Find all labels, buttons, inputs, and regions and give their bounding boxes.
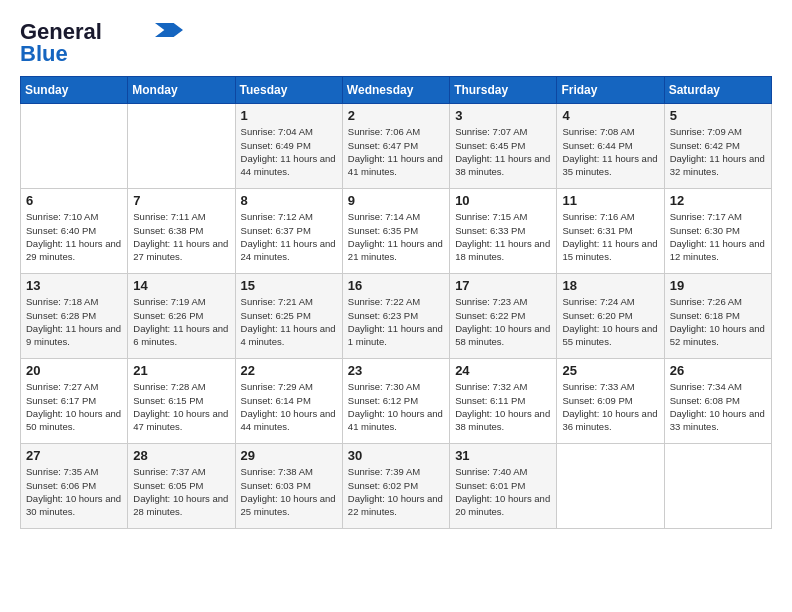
day-number: 4 (562, 108, 658, 123)
calendar-day-cell: 2 Sunrise: 7:06 AM Sunset: 6:47 PM Dayli… (342, 104, 449, 189)
day-sunset: Sunset: 6:25 PM (241, 309, 337, 322)
day-number: 23 (348, 363, 444, 378)
calendar-day-cell: 8 Sunrise: 7:12 AM Sunset: 6:37 PM Dayli… (235, 189, 342, 274)
svg-marker-0 (155, 23, 183, 37)
day-sunrise: Sunrise: 7:09 AM (670, 125, 766, 138)
day-daylight: Daylight: 10 hours and 55 minutes. (562, 322, 658, 349)
day-daylight: Daylight: 10 hours and 30 minutes. (26, 492, 122, 519)
day-number: 27 (26, 448, 122, 463)
calendar-day-cell: 25 Sunrise: 7:33 AM Sunset: 6:09 PM Dayl… (557, 359, 664, 444)
day-daylight: Daylight: 11 hours and 1 minute. (348, 322, 444, 349)
calendar-day-cell: 31 Sunrise: 7:40 AM Sunset: 6:01 PM Dayl… (450, 444, 557, 529)
day-sunrise: Sunrise: 7:04 AM (241, 125, 337, 138)
day-daylight: Daylight: 11 hours and 21 minutes. (348, 237, 444, 264)
day-daylight: Daylight: 10 hours and 38 minutes. (455, 407, 551, 434)
calendar-day-cell (128, 104, 235, 189)
day-number: 15 (241, 278, 337, 293)
calendar-day-cell: 4 Sunrise: 7:08 AM Sunset: 6:44 PM Dayli… (557, 104, 664, 189)
day-number: 9 (348, 193, 444, 208)
day-sunset: Sunset: 6:11 PM (455, 394, 551, 407)
day-sunset: Sunset: 6:37 PM (241, 224, 337, 237)
weekday-header: Saturday (664, 77, 771, 104)
day-sunset: Sunset: 6:14 PM (241, 394, 337, 407)
day-sunrise: Sunrise: 7:19 AM (133, 295, 229, 308)
day-sunrise: Sunrise: 7:11 AM (133, 210, 229, 223)
calendar-table: SundayMondayTuesdayWednesdayThursdayFrid… (20, 76, 772, 529)
day-daylight: Daylight: 10 hours and 58 minutes. (455, 322, 551, 349)
weekday-header: Wednesday (342, 77, 449, 104)
day-sunset: Sunset: 6:09 PM (562, 394, 658, 407)
day-daylight: Daylight: 11 hours and 9 minutes. (26, 322, 122, 349)
day-sunset: Sunset: 6:44 PM (562, 139, 658, 152)
day-daylight: Daylight: 11 hours and 35 minutes. (562, 152, 658, 179)
day-daylight: Daylight: 11 hours and 29 minutes. (26, 237, 122, 264)
calendar-day-cell: 1 Sunrise: 7:04 AM Sunset: 6:49 PM Dayli… (235, 104, 342, 189)
day-sunset: Sunset: 6:15 PM (133, 394, 229, 407)
day-sunset: Sunset: 6:40 PM (26, 224, 122, 237)
day-number: 2 (348, 108, 444, 123)
day-daylight: Daylight: 11 hours and 15 minutes. (562, 237, 658, 264)
day-sunrise: Sunrise: 7:06 AM (348, 125, 444, 138)
weekday-header: Thursday (450, 77, 557, 104)
calendar-day-cell: 3 Sunrise: 7:07 AM Sunset: 6:45 PM Dayli… (450, 104, 557, 189)
calendar-day-cell: 11 Sunrise: 7:16 AM Sunset: 6:31 PM Dayl… (557, 189, 664, 274)
day-sunset: Sunset: 6:31 PM (562, 224, 658, 237)
day-daylight: Daylight: 11 hours and 32 minutes. (670, 152, 766, 179)
day-sunrise: Sunrise: 7:32 AM (455, 380, 551, 393)
day-sunset: Sunset: 6:49 PM (241, 139, 337, 152)
day-sunset: Sunset: 6:28 PM (26, 309, 122, 322)
day-sunset: Sunset: 6:08 PM (670, 394, 766, 407)
calendar-day-cell: 10 Sunrise: 7:15 AM Sunset: 6:33 PM Dayl… (450, 189, 557, 274)
weekday-header: Tuesday (235, 77, 342, 104)
day-number: 12 (670, 193, 766, 208)
day-sunrise: Sunrise: 7:16 AM (562, 210, 658, 223)
calendar-day-cell: 9 Sunrise: 7:14 AM Sunset: 6:35 PM Dayli… (342, 189, 449, 274)
day-daylight: Daylight: 11 hours and 6 minutes. (133, 322, 229, 349)
day-sunset: Sunset: 6:38 PM (133, 224, 229, 237)
day-number: 10 (455, 193, 551, 208)
calendar-day-cell: 12 Sunrise: 7:17 AM Sunset: 6:30 PM Dayl… (664, 189, 771, 274)
calendar-week-row: 1 Sunrise: 7:04 AM Sunset: 6:49 PM Dayli… (21, 104, 772, 189)
calendar-day-cell: 14 Sunrise: 7:19 AM Sunset: 6:26 PM Dayl… (128, 274, 235, 359)
calendar-day-cell: 6 Sunrise: 7:10 AM Sunset: 6:40 PM Dayli… (21, 189, 128, 274)
day-sunset: Sunset: 6:02 PM (348, 479, 444, 492)
day-sunrise: Sunrise: 7:17 AM (670, 210, 766, 223)
day-number: 6 (26, 193, 122, 208)
day-sunset: Sunset: 6:12 PM (348, 394, 444, 407)
calendar-day-cell (21, 104, 128, 189)
calendar-day-cell: 7 Sunrise: 7:11 AM Sunset: 6:38 PM Dayli… (128, 189, 235, 274)
day-sunrise: Sunrise: 7:40 AM (455, 465, 551, 478)
day-daylight: Daylight: 10 hours and 33 minutes. (670, 407, 766, 434)
day-sunset: Sunset: 6:18 PM (670, 309, 766, 322)
day-sunrise: Sunrise: 7:39 AM (348, 465, 444, 478)
day-number: 5 (670, 108, 766, 123)
day-number: 14 (133, 278, 229, 293)
logo-arrow-icon (154, 23, 184, 37)
day-sunset: Sunset: 6:20 PM (562, 309, 658, 322)
day-number: 11 (562, 193, 658, 208)
day-number: 3 (455, 108, 551, 123)
day-sunrise: Sunrise: 7:15 AM (455, 210, 551, 223)
day-number: 31 (455, 448, 551, 463)
day-sunset: Sunset: 6:26 PM (133, 309, 229, 322)
day-sunset: Sunset: 6:30 PM (670, 224, 766, 237)
day-daylight: Daylight: 10 hours and 28 minutes. (133, 492, 229, 519)
calendar-week-row: 6 Sunrise: 7:10 AM Sunset: 6:40 PM Dayli… (21, 189, 772, 274)
day-daylight: Daylight: 11 hours and 12 minutes. (670, 237, 766, 264)
day-sunset: Sunset: 6:42 PM (670, 139, 766, 152)
calendar-day-cell: 29 Sunrise: 7:38 AM Sunset: 6:03 PM Dayl… (235, 444, 342, 529)
day-sunrise: Sunrise: 7:29 AM (241, 380, 337, 393)
day-number: 18 (562, 278, 658, 293)
day-daylight: Daylight: 10 hours and 25 minutes. (241, 492, 337, 519)
day-sunrise: Sunrise: 7:10 AM (26, 210, 122, 223)
calendar-day-cell: 22 Sunrise: 7:29 AM Sunset: 6:14 PM Dayl… (235, 359, 342, 444)
day-sunset: Sunset: 6:01 PM (455, 479, 551, 492)
day-sunrise: Sunrise: 7:26 AM (670, 295, 766, 308)
day-sunrise: Sunrise: 7:28 AM (133, 380, 229, 393)
page-header: General Blue (20, 20, 772, 66)
day-number: 21 (133, 363, 229, 378)
day-sunrise: Sunrise: 7:24 AM (562, 295, 658, 308)
day-sunset: Sunset: 6:03 PM (241, 479, 337, 492)
day-number: 7 (133, 193, 229, 208)
day-sunset: Sunset: 6:47 PM (348, 139, 444, 152)
